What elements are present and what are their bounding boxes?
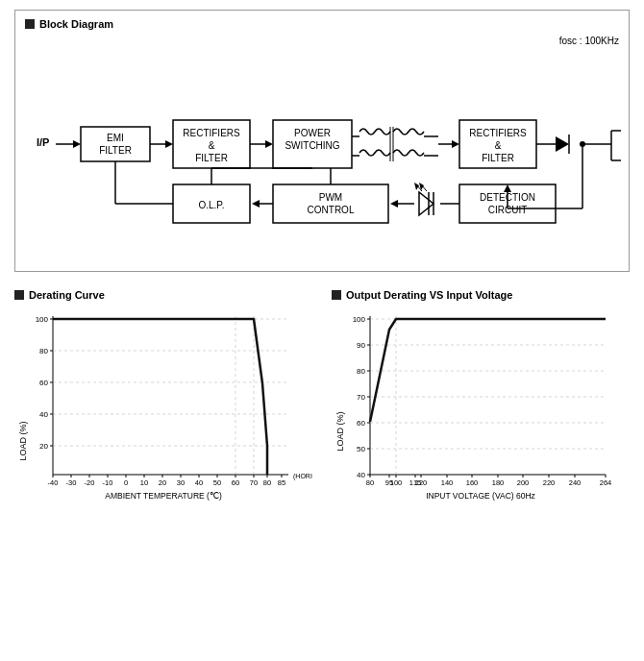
pwm-control-box: [273, 184, 388, 223]
power-text1: POWER: [294, 128, 331, 138]
rect1-text1: RECTIFIERS: [183, 128, 240, 138]
svg-marker-15: [556, 136, 569, 152]
svg-marker-27: [419, 192, 433, 215]
transformer-right: [393, 129, 424, 135]
svg-text:40: 40: [357, 471, 365, 479]
ip-label: I/P: [37, 136, 49, 148]
transformer-right-bot: [393, 150, 424, 156]
header-square: [25, 19, 35, 29]
svg-text:-10: -10: [103, 478, 113, 487]
output-y-label: LOAD (%): [335, 411, 345, 451]
svg-text:100: 100: [390, 478, 403, 487]
detection-text1: DETECTION: [480, 192, 535, 203]
page: Block Diagram fosc : 100KHz I/P EMI FILT…: [0, 0, 644, 539]
svg-marker-5: [265, 140, 273, 148]
svg-marker-34: [390, 200, 398, 208]
rect1-text2: &: [209, 140, 215, 151]
emi-text1: EMI: [107, 133, 124, 143]
svg-text:180: 180: [492, 478, 505, 487]
pwm-text2: CONTROL: [308, 205, 355, 215]
svg-marker-30: [414, 183, 419, 190]
svg-text:240: 240: [569, 478, 582, 487]
svg-text:-30: -30: [66, 478, 77, 487]
svg-text:140: 140: [441, 478, 454, 487]
olp-text: O.L.P.: [198, 200, 224, 210]
horizontal-label: (HORIZONTAL): [293, 473, 312, 480]
svg-text:70: 70: [250, 478, 258, 487]
derating-x-label: AMBIENT TEMPERATURE (℃): [105, 491, 222, 501]
svg-text:0: 0: [124, 478, 128, 487]
derating-chart: LOAD (%) 100 80 60: [14, 306, 312, 529]
svg-marker-3: [165, 140, 173, 148]
svg-text:60: 60: [357, 419, 365, 428]
svg-text:70: 70: [357, 393, 365, 402]
pwm-text1: PWM: [319, 192, 342, 203]
derating-curve-line: [53, 319, 267, 475]
block-diagram-svg: I/P EMI FILTER RECTIFIERS & FILTER POWER…: [25, 50, 621, 261]
svg-marker-36: [252, 200, 260, 208]
derating-y-label: LOAD (%): [18, 421, 28, 460]
derating-curve-section: Derating Curve LOAD (%) 100: [14, 289, 312, 529]
block-diagram-header: Block Diagram: [25, 18, 619, 30]
derating-header: Derating Curve: [14, 289, 312, 301]
power-text2: SWITCHING: [285, 140, 339, 151]
svg-text:-20: -20: [85, 478, 95, 487]
svg-text:10: 10: [140, 478, 148, 487]
rect2-text2: &: [495, 140, 502, 151]
rect2-text3: FILTER: [482, 153, 514, 163]
emi-text2: FILTER: [99, 145, 132, 156]
svg-marker-13: [452, 140, 459, 148]
svg-text:80: 80: [39, 347, 48, 355]
svg-text:264: 264: [600, 478, 612, 487]
svg-text:30: 30: [177, 478, 185, 487]
svg-text:80: 80: [263, 478, 271, 487]
svg-text:85: 85: [278, 478, 285, 487]
output-derating-title: Output Derating VS Input Voltage: [346, 289, 512, 301]
fosc-label: fosc : 100KHz: [25, 36, 619, 46]
svg-marker-24: [504, 184, 511, 192]
svg-text:90: 90: [357, 341, 365, 350]
output-derating-header: Output Derating VS Input Voltage: [332, 289, 630, 301]
output-derating-square: [332, 290, 341, 300]
output-derating-chart: LOAD (%) 100 90 80 70 60: [332, 306, 630, 529]
output-x-label: INPUT VOLTAGE (VAC) 60Hz: [426, 491, 535, 501]
block-diagram-section: Block Diagram fosc : 100KHz I/P EMI FILT…: [14, 10, 630, 272]
svg-text:50: 50: [213, 478, 221, 487]
svg-text:20: 20: [159, 478, 166, 487]
svg-text:80: 80: [366, 478, 374, 487]
svg-text:60: 60: [232, 478, 239, 487]
derating-square: [14, 290, 24, 300]
derating-svg: LOAD (%) 100 80 60: [14, 306, 312, 527]
svg-text:20: 20: [39, 442, 48, 451]
rect1-text3: FILTER: [195, 153, 228, 163]
svg-text:40: 40: [195, 478, 203, 487]
svg-text:120: 120: [415, 478, 428, 487]
output-derating-curve-line: [370, 319, 606, 422]
svg-text:220: 220: [543, 478, 556, 487]
rect2-text1: RECTIFIERS: [469, 128, 527, 138]
svg-text:-40: -40: [48, 478, 59, 487]
svg-text:40: 40: [39, 410, 48, 419]
svg-marker-1: [73, 140, 81, 148]
block-diagram-title: Block Diagram: [39, 18, 113, 30]
svg-text:200: 200: [517, 478, 530, 487]
derating-title: Derating Curve: [29, 289, 105, 301]
output-derating-section: Output Derating VS Input Voltage LOAD (%…: [332, 289, 630, 529]
svg-text:160: 160: [466, 478, 479, 487]
svg-text:80: 80: [357, 367, 365, 376]
bottom-row: Derating Curve LOAD (%) 100: [14, 289, 630, 529]
transformer-left-bot: [359, 150, 390, 156]
svg-text:50: 50: [357, 445, 365, 453]
transformer-left: [359, 129, 390, 135]
output-derating-svg: LOAD (%) 100 90 80 70 60: [332, 306, 630, 527]
detection-text2: CIRCUIT: [488, 205, 528, 215]
svg-text:100: 100: [353, 315, 366, 324]
svg-text:60: 60: [39, 379, 48, 387]
svg-text:100: 100: [36, 315, 49, 324]
